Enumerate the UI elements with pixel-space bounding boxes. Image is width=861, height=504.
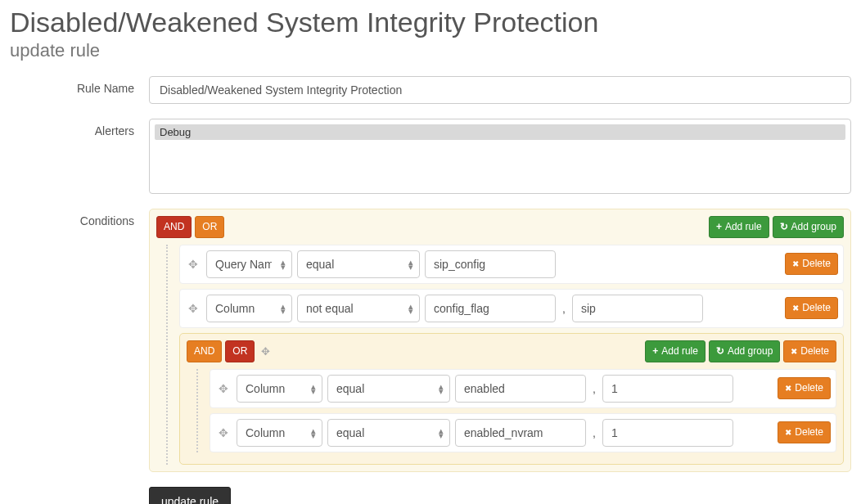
plus-icon [716, 220, 722, 234]
rule-name-input[interactable] [149, 76, 851, 104]
value-input[interactable] [455, 419, 586, 447]
page-title: Disabled/Weakened System Integrity Prote… [10, 7, 851, 38]
nested-or-toggle[interactable]: OR [225, 340, 255, 362]
nested-add-rule-button[interactable]: Add rule [645, 340, 705, 362]
drag-handle-icon[interactable]: ✥ [185, 258, 201, 271]
close-icon [792, 257, 799, 271]
value-input-2[interactable] [602, 419, 733, 447]
operator-select[interactable]: not equal [297, 295, 420, 322]
nested-add-group-button[interactable]: Add group [709, 340, 780, 362]
nested-condition-group: AND OR ✥ Add rule Add group Delete ✥ [179, 333, 844, 465]
rule-row: ✥ Query Name ▴▾ equal ▴▾ Delete [179, 245, 844, 284]
value-input-2[interactable] [572, 295, 703, 322]
field-select[interactable]: Column [206, 295, 292, 322]
conditions-label: Conditions [10, 209, 149, 227]
root-and-toggle[interactable]: AND [156, 216, 192, 238]
drag-handle-icon[interactable]: ✥ [185, 302, 201, 315]
update-rule-button[interactable]: update rule [149, 487, 231, 504]
field-select[interactable]: Query Name [206, 250, 292, 278]
operator-select[interactable]: equal [297, 250, 420, 278]
root-add-rule-button[interactable]: Add rule [709, 216, 769, 238]
value-input[interactable] [425, 295, 556, 322]
close-icon [785, 425, 791, 439]
alerter-option-debug[interactable]: Debug [155, 124, 845, 140]
separator: , [561, 302, 567, 315]
delete-rule-button[interactable]: Delete [785, 297, 838, 319]
operator-select[interactable]: equal [327, 419, 450, 447]
field-select[interactable]: Column [237, 419, 322, 447]
field-select[interactable]: Column [237, 375, 322, 403]
drag-handle-icon[interactable]: ✥ [215, 426, 232, 439]
rule-row: ✥ Column ▴▾ equal ▴▾ , [210, 413, 836, 452]
drag-handle-icon[interactable]: ✥ [215, 382, 232, 395]
delete-rule-button[interactable]: Delete [785, 253, 838, 275]
drag-handle-icon[interactable]: ✥ [261, 345, 270, 358]
close-icon [791, 344, 797, 358]
rule-row: ✥ Column ▴▾ equal ▴▾ , [210, 369, 836, 408]
page-subtitle: update rule [10, 40, 851, 61]
value-input-2[interactable] [602, 375, 733, 403]
reload-icon [716, 344, 724, 358]
close-icon [785, 381, 791, 395]
root-or-toggle[interactable]: OR [195, 216, 224, 238]
nested-and-toggle[interactable]: AND [187, 340, 222, 362]
root-add-group-button[interactable]: Add group [773, 216, 844, 238]
delete-group-button[interactable]: Delete [783, 340, 836, 362]
operator-select[interactable]: equal [327, 375, 450, 403]
value-input[interactable] [455, 375, 586, 403]
rule-row: ✥ Column ▴▾ not equal ▴▾ , Delete [179, 289, 844, 328]
plus-icon [652, 344, 658, 358]
rule-name-label: Rule Name [10, 76, 149, 95]
delete-rule-button[interactable]: Delete [778, 377, 831, 399]
separator: , [591, 382, 597, 395]
root-condition-group: AND OR Add rule Add group ✥ Query Name ▴… [149, 209, 851, 472]
close-icon [792, 301, 799, 315]
alerters-label: Alerters [10, 119, 149, 137]
value-input[interactable] [425, 250, 556, 278]
separator: , [591, 426, 597, 439]
delete-rule-button[interactable]: Delete [778, 421, 831, 443]
alerters-select[interactable]: Debug [149, 119, 851, 194]
reload-icon [780, 220, 788, 234]
